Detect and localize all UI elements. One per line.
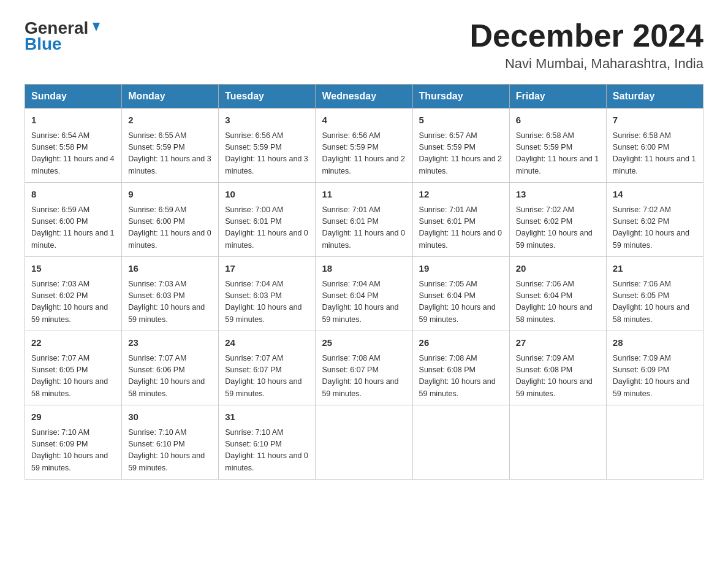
day-info: Sunrise: 6:58 AMSunset: 6:00 PMDaylight:… <box>613 130 697 178</box>
day-number: 6 <box>516 113 600 128</box>
calendar-cell: 6 Sunrise: 6:58 AMSunset: 5:59 PMDayligh… <box>509 109 606 183</box>
day-info: Sunrise: 6:55 AMSunset: 5:59 PMDaylight:… <box>128 130 212 178</box>
day-info: Sunrise: 7:06 AMSunset: 6:04 PMDaylight:… <box>516 278 600 326</box>
weekday-header-friday: Friday <box>509 85 606 109</box>
day-info: Sunrise: 7:09 AMSunset: 6:09 PMDaylight:… <box>613 353 697 400</box>
day-number: 14 <box>613 188 697 202</box>
day-number: 24 <box>225 336 309 350</box>
calendar-cell: 13 Sunrise: 7:02 AMSunset: 6:02 PMDaylig… <box>509 183 606 257</box>
day-info: Sunrise: 7:04 AMSunset: 6:04 PMDaylight:… <box>322 278 406 326</box>
calendar-cell: 31 Sunrise: 7:10 AMSunset: 6:10 PMDaylig… <box>219 405 316 480</box>
day-number: 26 <box>419 336 503 350</box>
day-info: Sunrise: 7:00 AMSunset: 6:01 PMDaylight:… <box>225 204 309 252</box>
logo-triangle-icon <box>89 20 103 34</box>
weekday-header-tuesday: Tuesday <box>219 85 316 109</box>
calendar-week-row: 22 Sunrise: 7:07 AMSunset: 6:05 PMDaylig… <box>25 331 703 405</box>
page-header: General Blue December 2024 Navi Mumbai, … <box>25 18 703 72</box>
calendar-cell: 4 Sunrise: 6:56 AMSunset: 5:59 PMDayligh… <box>316 109 412 183</box>
day-info: Sunrise: 7:02 AMSunset: 6:02 PMDaylight:… <box>613 204 697 252</box>
day-info: Sunrise: 6:56 AMSunset: 5:59 PMDaylight:… <box>322 130 406 178</box>
day-number: 15 <box>31 262 115 276</box>
calendar-cell: 29 Sunrise: 7:10 AMSunset: 6:09 PMDaylig… <box>25 405 122 480</box>
calendar-table: SundayMondayTuesdayWednesdayThursdayFrid… <box>25 84 703 480</box>
day-info: Sunrise: 7:10 AMSunset: 6:10 PMDaylight:… <box>225 427 309 475</box>
calendar-week-row: 1 Sunrise: 6:54 AMSunset: 5:58 PMDayligh… <box>25 109 703 183</box>
day-number: 11 <box>322 188 406 202</box>
calendar-cell: 5 Sunrise: 6:57 AMSunset: 5:59 PMDayligh… <box>412 109 509 183</box>
calendar-header-row: SundayMondayTuesdayWednesdayThursdayFrid… <box>25 85 703 109</box>
calendar-cell: 7 Sunrise: 6:58 AMSunset: 6:00 PMDayligh… <box>606 109 703 183</box>
title-block: December 2024 Navi Mumbai, Maharashtra, … <box>469 18 703 72</box>
day-number: 1 <box>31 113 115 128</box>
day-info: Sunrise: 6:59 AMSunset: 6:00 PMDaylight:… <box>128 204 212 252</box>
day-info: Sunrise: 7:03 AMSunset: 6:03 PMDaylight:… <box>128 278 212 326</box>
day-info: Sunrise: 7:10 AMSunset: 6:10 PMDaylight:… <box>128 427 212 475</box>
day-info: Sunrise: 7:04 AMSunset: 6:03 PMDaylight:… <box>225 278 309 326</box>
day-number: 20 <box>516 262 600 276</box>
calendar-cell: 25 Sunrise: 7:08 AMSunset: 6:07 PMDaylig… <box>316 331 412 405</box>
calendar-cell: 19 Sunrise: 7:05 AMSunset: 6:04 PMDaylig… <box>412 257 509 331</box>
calendar-cell <box>316 405 412 480</box>
calendar-cell: 8 Sunrise: 6:59 AMSunset: 6:00 PMDayligh… <box>25 183 122 257</box>
day-info: Sunrise: 7:07 AMSunset: 6:07 PMDaylight:… <box>225 353 309 400</box>
day-info: Sunrise: 7:09 AMSunset: 6:08 PMDaylight:… <box>516 353 600 400</box>
calendar-cell: 12 Sunrise: 7:01 AMSunset: 6:01 PMDaylig… <box>412 183 509 257</box>
day-number: 12 <box>419 188 503 202</box>
day-number: 9 <box>128 188 212 202</box>
day-info: Sunrise: 7:03 AMSunset: 6:02 PMDaylight:… <box>31 278 115 326</box>
calendar-cell: 27 Sunrise: 7:09 AMSunset: 6:08 PMDaylig… <box>509 331 606 405</box>
calendar-cell: 3 Sunrise: 6:56 AMSunset: 5:59 PMDayligh… <box>219 109 316 183</box>
logo: General Blue <box>25 18 103 54</box>
day-number: 21 <box>613 262 697 276</box>
day-info: Sunrise: 7:08 AMSunset: 6:07 PMDaylight:… <box>322 353 406 400</box>
calendar-cell: 18 Sunrise: 7:04 AMSunset: 6:04 PMDaylig… <box>316 257 412 331</box>
day-info: Sunrise: 7:07 AMSunset: 6:06 PMDaylight:… <box>128 353 212 400</box>
calendar-cell: 11 Sunrise: 7:01 AMSunset: 6:01 PMDaylig… <box>316 183 412 257</box>
calendar-cell: 10 Sunrise: 7:00 AMSunset: 6:01 PMDaylig… <box>219 183 316 257</box>
day-info: Sunrise: 6:54 AMSunset: 5:58 PMDaylight:… <box>31 130 115 178</box>
day-info: Sunrise: 7:02 AMSunset: 6:02 PMDaylight:… <box>516 204 600 252</box>
day-number: 7 <box>613 113 697 128</box>
calendar-week-row: 29 Sunrise: 7:10 AMSunset: 6:09 PMDaylig… <box>25 405 703 480</box>
day-number: 18 <box>322 262 406 276</box>
day-info: Sunrise: 7:06 AMSunset: 6:05 PMDaylight:… <box>613 278 697 326</box>
calendar-cell: 2 Sunrise: 6:55 AMSunset: 5:59 PMDayligh… <box>122 109 219 183</box>
day-number: 31 <box>225 410 309 424</box>
svg-marker-0 <box>93 23 100 31</box>
calendar-cell: 9 Sunrise: 6:59 AMSunset: 6:00 PMDayligh… <box>122 183 219 257</box>
weekday-header-sunday: Sunday <box>25 85 122 109</box>
day-info: Sunrise: 7:01 AMSunset: 6:01 PMDaylight:… <box>322 204 406 252</box>
day-number: 29 <box>31 410 115 424</box>
day-number: 25 <box>322 336 406 350</box>
day-info: Sunrise: 6:56 AMSunset: 5:59 PMDaylight:… <box>225 130 309 178</box>
day-number: 10 <box>225 188 309 202</box>
day-number: 13 <box>516 188 600 202</box>
calendar-cell: 28 Sunrise: 7:09 AMSunset: 6:09 PMDaylig… <box>606 331 703 405</box>
calendar-cell <box>606 405 703 480</box>
day-number: 4 <box>322 113 406 128</box>
calendar-cell: 26 Sunrise: 7:08 AMSunset: 6:08 PMDaylig… <box>412 331 509 405</box>
calendar-cell: 20 Sunrise: 7:06 AMSunset: 6:04 PMDaylig… <box>509 257 606 331</box>
day-info: Sunrise: 6:58 AMSunset: 5:59 PMDaylight:… <box>516 130 600 178</box>
day-number: 3 <box>225 113 309 128</box>
calendar-cell: 14 Sunrise: 7:02 AMSunset: 6:02 PMDaylig… <box>606 183 703 257</box>
weekday-header-monday: Monday <box>122 85 219 109</box>
weekday-header-thursday: Thursday <box>412 85 509 109</box>
day-info: Sunrise: 7:07 AMSunset: 6:05 PMDaylight:… <box>31 353 115 400</box>
calendar-cell: 23 Sunrise: 7:07 AMSunset: 6:06 PMDaylig… <box>122 331 219 405</box>
calendar-cell: 15 Sunrise: 7:03 AMSunset: 6:02 PMDaylig… <box>25 257 122 331</box>
calendar-week-row: 8 Sunrise: 6:59 AMSunset: 6:00 PMDayligh… <box>25 183 703 257</box>
day-info: Sunrise: 7:10 AMSunset: 6:09 PMDaylight:… <box>31 427 115 475</box>
calendar-cell: 22 Sunrise: 7:07 AMSunset: 6:05 PMDaylig… <box>25 331 122 405</box>
day-info: Sunrise: 7:05 AMSunset: 6:04 PMDaylight:… <box>419 278 503 326</box>
day-number: 2 <box>128 113 212 128</box>
day-number: 23 <box>128 336 212 350</box>
weekday-header-wednesday: Wednesday <box>316 85 412 109</box>
calendar-cell: 21 Sunrise: 7:06 AMSunset: 6:05 PMDaylig… <box>606 257 703 331</box>
location-text: Navi Mumbai, Maharashtra, India <box>469 56 703 72</box>
calendar-cell: 1 Sunrise: 6:54 AMSunset: 5:58 PMDayligh… <box>25 109 122 183</box>
calendar-cell <box>412 405 509 480</box>
logo-blue-text: Blue <box>25 34 62 53</box>
calendar-cell <box>509 405 606 480</box>
day-info: Sunrise: 6:59 AMSunset: 6:00 PMDaylight:… <box>31 204 115 252</box>
